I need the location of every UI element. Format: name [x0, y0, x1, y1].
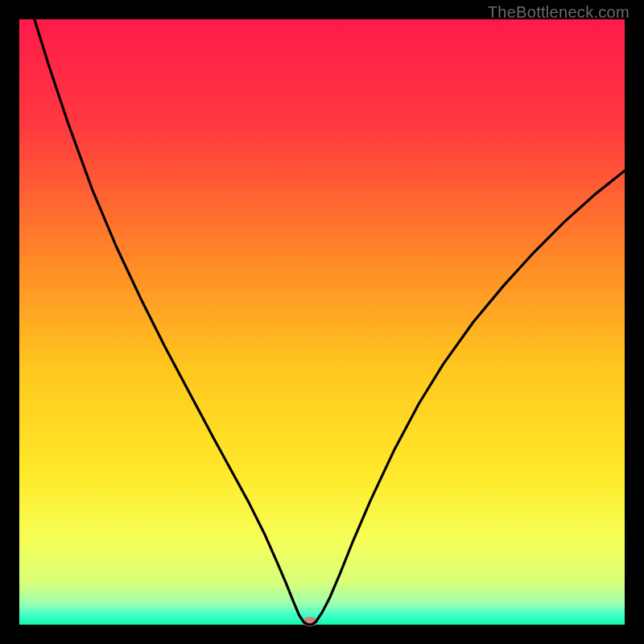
plot-background — [19, 19, 625, 625]
bottleneck-chart — [0, 0, 644, 644]
chart-frame: TheBottleneck.com — [0, 0, 644, 644]
watermark-text: TheBottleneck.com — [488, 3, 630, 22]
